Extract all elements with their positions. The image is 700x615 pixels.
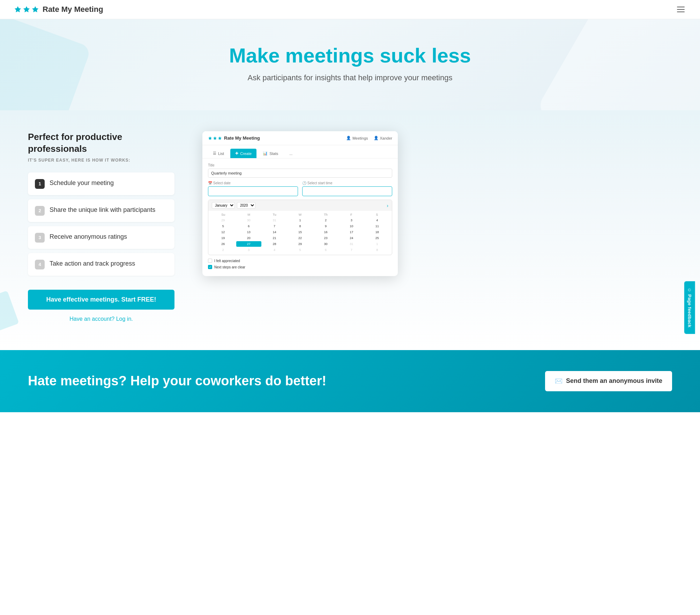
mockup-tabs: ☰ List ✚ Create 📊 Stats ...: [202, 145, 398, 158]
page-feedback-tab[interactable]: ☺ Page feedback: [684, 281, 695, 334]
mockup-nav-meetings: 👤 Meetings: [346, 136, 368, 140]
calendar-day[interactable]: 31: [339, 241, 364, 247]
decorative-shape: [0, 290, 19, 333]
calendar-day[interactable]: 13: [236, 229, 262, 235]
calendar-day[interactable]: 22: [288, 235, 313, 241]
hamburger-menu[interactable]: [676, 5, 686, 14]
cta-start-free-button[interactable]: Have effective meetings. Start FREE!: [28, 290, 174, 310]
calendar-day[interactable]: 19: [210, 235, 236, 241]
calendar-day[interactable]: 7: [339, 247, 364, 253]
calendar-day[interactable]: 9: [313, 223, 338, 229]
tab-stats[interactable]: 📊 Stats: [258, 149, 283, 158]
time-field[interactable]: [302, 186, 392, 196]
checkbox-2[interactable]: ✓: [208, 265, 212, 269]
mockup-header: Rate My Meeting 👤 Meetings 👤 Xander: [202, 131, 398, 145]
step-text-2: Share the unique link with participants: [50, 206, 155, 214]
step-text-1: Schedule your meeting: [50, 179, 114, 187]
date-field[interactable]: [208, 186, 298, 196]
mockup-star-2: [213, 136, 217, 140]
calendar-day[interactable]: 31: [262, 217, 287, 223]
calendar-selects: January 2020: [212, 202, 255, 209]
calendar-next-arrow[interactable]: ›: [387, 203, 388, 208]
mockup-logo: Rate My Meeting: [208, 135, 260, 141]
calendar-day[interactable]: 1: [288, 217, 313, 223]
calendar-day[interactable]: 12: [210, 229, 236, 235]
calendar-day[interactable]: 27: [236, 241, 262, 247]
step-number-1: 1: [35, 179, 45, 189]
checkboxes: I felt appreciated ✓ Next steps are clea…: [208, 259, 392, 269]
calendar-day[interactable]: 6: [236, 223, 262, 229]
hamburger-line-3: [677, 12, 685, 12]
step-3: 3 Receive anonymous ratings: [28, 226, 174, 249]
title-input[interactable]: Quarterly meeting: [208, 169, 392, 178]
logo-stars: [14, 6, 39, 13]
calendar-day[interactable]: 10: [339, 223, 364, 229]
mockup-body: Title Quarterly meeting 📅 Select date 🕐 …: [202, 158, 398, 276]
mockup-stars: [208, 136, 222, 140]
calendar-day[interactable]: 8: [364, 247, 390, 253]
calendar: January 2020 › Su M Tu: [208, 200, 392, 255]
step-number-3: 3: [35, 233, 45, 243]
hamburger-line-1: [677, 7, 685, 7]
calendar-day[interactable]: 14: [262, 229, 287, 235]
calendar-grid: Su M Tu W Th F S 29303112345678910111213…: [208, 211, 392, 255]
logo: Rate My Meeting: [14, 5, 103, 14]
calendar-day[interactable]: 30: [236, 217, 262, 223]
tab-create[interactable]: ✚ Create: [230, 149, 256, 158]
tab-list[interactable]: ☰ List: [208, 149, 229, 158]
calendar-day[interactable]: 3: [236, 247, 262, 253]
month-select[interactable]: January: [212, 202, 235, 209]
calendar-day[interactable]: 16: [313, 229, 338, 235]
bottom-section: Hate meetings? Help your coworkers do be…: [0, 350, 700, 412]
svg-marker-0: [15, 6, 21, 12]
calendar-day[interactable]: 2: [210, 247, 236, 253]
calendar-day[interactable]: 15: [288, 229, 313, 235]
step-text-4: Take action and track progress: [50, 259, 135, 268]
star-icon-1: [14, 6, 22, 13]
checkbox-label-2: Next steps are clear: [214, 265, 245, 269]
calendar-day[interactable]: 5: [210, 223, 236, 229]
time-label: 🕐 Select start time: [302, 181, 392, 185]
step-text-3: Receive anonymous ratings: [50, 232, 127, 241]
page-feedback-label: Page feedback: [687, 294, 692, 327]
star-icon-3: [31, 6, 39, 13]
login-link[interactable]: Have an account? Log in.: [28, 316, 174, 322]
calendar-day[interactable]: 29: [288, 241, 313, 247]
calendar-day[interactable]: 3: [339, 217, 364, 223]
calendar-header: January 2020 ›: [208, 200, 392, 211]
calendar-day[interactable]: 4: [262, 247, 287, 253]
calendar-day[interactable]: 7: [262, 223, 287, 229]
year-select[interactable]: 2020: [237, 202, 255, 209]
calendar-day[interactable]: 25: [364, 235, 390, 241]
calendar-day[interactable]: 28: [262, 241, 287, 247]
checkbox-1[interactable]: [208, 259, 212, 263]
mockup-star-3: [218, 136, 222, 140]
calendar-day[interactable]: 23: [313, 235, 338, 241]
calendar-day[interactable]: 5: [288, 247, 313, 253]
calendar-day[interactable]: 4: [364, 217, 390, 223]
calendar-day[interactable]: 20: [236, 235, 262, 241]
tab-more[interactable]: ...: [284, 149, 297, 158]
anonymous-invite-button[interactable]: ✉️ Send them an anonymous invite: [545, 371, 672, 391]
calendar-day[interactable]: 2: [313, 217, 338, 223]
svg-marker-4: [213, 136, 217, 140]
panel-heading: Perfect for productive professionals: [28, 131, 174, 155]
calendar-day[interactable]: 21: [262, 235, 287, 241]
invite-button-label: Send them an anonymous invite: [566, 377, 662, 385]
hero-subheadline: Ask participants for insights that help …: [14, 73, 686, 82]
calendar-day[interactable]: 29: [210, 217, 236, 223]
svg-marker-5: [218, 136, 222, 140]
calendar-day[interactable]: 11: [364, 223, 390, 229]
step-4: 4 Take action and track progress: [28, 253, 174, 276]
step-number-2: 2: [35, 206, 45, 216]
main-content: Perfect for productive professionals IT'…: [0, 110, 700, 350]
calendar-day[interactable]: 6: [313, 247, 338, 253]
calendar-day[interactable]: 30: [313, 241, 338, 247]
calendar-day[interactable]: 18: [364, 229, 390, 235]
calendar-day[interactable]: 17: [339, 229, 364, 235]
calendar-day[interactable]: 8: [288, 223, 313, 229]
calendar-day[interactable]: 26: [210, 241, 236, 247]
calendar-day[interactable]: 1: [364, 241, 390, 247]
right-panel: Rate My Meeting 👤 Meetings 👤 Xander ☰ Li…: [202, 131, 672, 276]
calendar-day[interactable]: 24: [339, 235, 364, 241]
